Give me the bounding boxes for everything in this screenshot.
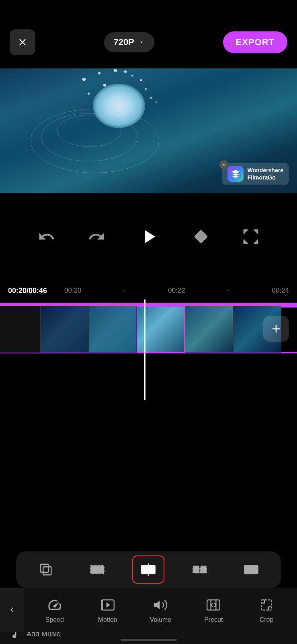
volume-label: Volume <box>150 616 171 623</box>
quality-selector[interactable]: 720P <box>104 32 154 52</box>
watermark-close-button[interactable] <box>219 160 228 169</box>
play-button[interactable] <box>137 225 160 250</box>
watermark-logo <box>227 166 244 182</box>
nav-item-precut[interactable]: Precut <box>195 596 231 623</box>
split-button[interactable] <box>132 555 164 584</box>
film-frame-2 <box>88 306 137 353</box>
bottom-navigation: Speed Motion Volume Precut <box>0 588 297 632</box>
speed-segments-button[interactable] <box>184 555 216 584</box>
keyframe-edit-button[interactable] <box>235 555 267 584</box>
timecode-dot-1: · <box>124 287 126 295</box>
splash-effect <box>67 68 171 150</box>
nav-items: Speed Motion Volume Precut <box>24 596 297 623</box>
film-frame-3 <box>137 306 185 353</box>
export-label: EXPORT <box>236 37 274 47</box>
video-preview: WondershareFilmoraGo <box>0 68 297 193</box>
splash-particle <box>82 78 86 81</box>
splash-particle <box>114 69 117 72</box>
film-frame-4 <box>185 306 233 353</box>
precut-label: Precut <box>204 616 223 623</box>
splash-particle <box>98 72 100 74</box>
current-timecode: 00:20/00:46 <box>8 287 47 295</box>
splash-particle <box>124 70 127 73</box>
svg-rect-14 <box>207 600 220 610</box>
svg-marker-11 <box>107 603 111 608</box>
playback-controls <box>0 225 297 250</box>
splash-particle <box>145 88 147 90</box>
keyframe-button[interactable] <box>192 228 210 247</box>
splash-particle <box>156 101 157 103</box>
splash-particle <box>88 93 90 95</box>
scroll-indicator <box>121 639 177 641</box>
nav-item-volume[interactable]: Volume <box>142 596 178 623</box>
timeline-track[interactable] <box>0 303 297 355</box>
quality-label: 720P <box>114 37 134 47</box>
top-bar: 720P EXPORT <box>0 0 297 68</box>
film-frame-1 <box>40 306 88 353</box>
svg-rect-2 <box>41 564 49 572</box>
redo-button[interactable] <box>88 228 105 247</box>
filmstrip <box>0 306 297 353</box>
undo-button[interactable] <box>38 228 55 247</box>
controls-area <box>0 193 297 282</box>
svg-rect-4 <box>142 566 148 574</box>
svg-marker-13 <box>154 601 160 609</box>
motion-icon <box>99 596 117 614</box>
precut-icon <box>205 596 222 614</box>
filmstrip-pad <box>0 306 40 353</box>
trim-button[interactable] <box>81 555 113 584</box>
timecodes-bar: 00:20/00:46 00:20 · 00:22 · 00:24 <box>0 282 297 299</box>
timeline-empty <box>0 364 297 509</box>
fullscreen-button[interactable] <box>242 228 260 247</box>
watermark-overlay: WondershareFilmoraGo <box>222 163 289 185</box>
svg-rect-5 <box>149 566 155 574</box>
edit-toolbar <box>16 551 281 588</box>
splash-center <box>93 84 145 128</box>
timecode-dot-2: · <box>227 287 229 295</box>
svg-rect-8 <box>201 566 207 573</box>
motion-label: Motion <box>98 616 117 623</box>
playhead-extension <box>144 299 145 400</box>
volume-icon <box>152 596 169 614</box>
timecode-marker-3: 00:24 <box>272 287 289 295</box>
timecode-markers: 00:20 · 00:22 · 00:24 <box>64 287 297 295</box>
timecode-marker-2: 00:22 <box>168 287 185 295</box>
export-button[interactable]: EXPORT <box>223 31 287 53</box>
nav-item-crop[interactable]: Crop <box>248 596 285 623</box>
svg-rect-7 <box>193 566 199 573</box>
timecode-marker-1: 00:20 <box>64 287 82 295</box>
back-button[interactable] <box>0 588 24 632</box>
crop-label: Crop <box>260 616 274 623</box>
splash-particle <box>150 97 152 99</box>
video-content: WondershareFilmoraGo <box>0 68 297 193</box>
duplicate-button[interactable] <box>30 555 62 584</box>
splash-particle <box>103 84 106 87</box>
svg-rect-3 <box>90 566 104 574</box>
crop-icon <box>258 596 275 614</box>
svg-rect-17 <box>261 600 271 610</box>
add-clip-button[interactable] <box>263 316 289 342</box>
svg-rect-1 <box>43 567 51 575</box>
progress-bar <box>0 303 297 306</box>
nav-item-motion[interactable]: Motion <box>90 596 126 623</box>
svg-rect-0 <box>195 230 207 243</box>
splash-particle <box>131 75 133 76</box>
nav-item-speed[interactable]: Speed <box>37 596 73 623</box>
splash-particle <box>140 79 142 81</box>
video-frame: WondershareFilmoraGo <box>0 68 297 193</box>
speed-icon <box>46 596 63 614</box>
close-button[interactable] <box>10 29 35 55</box>
speed-label: Speed <box>45 616 64 623</box>
watermark-text: WondershareFilmoraGo <box>248 167 283 181</box>
